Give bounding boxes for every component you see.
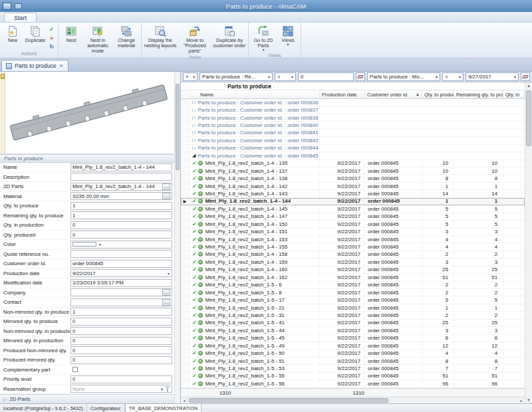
part-row[interactable]: ▶ ✓ Mint_Ply_1.8_rev2_batch_1-4 - 158 9/… (181, 251, 525, 258)
part-row[interactable]: ▶ ✓ Mint_Ply_1.8_rev2_batch_1-5 - 6 9/22… (181, 282, 525, 289)
validate-icon[interactable]: ✓ (47, 25, 56, 33)
group-row[interactable]: ▷ Parts to produce : Customer order id. … (181, 114, 525, 122)
delete-icon[interactable]: × (47, 34, 56, 42)
change-material-button[interactable]: Change material (113, 23, 140, 54)
new-button[interactable]: New (1, 23, 24, 51)
checkbox[interactable] (72, 367, 78, 372)
part-row[interactable]: ▶ ✓ Mint_Ply_1.8_rev2_batch_1-5 - 49 9/2… (181, 342, 525, 350)
part-row[interactable]: ▶ ✓ Mint_Ply_1.8_rev2_batch_1-4 - 153 9/… (181, 236, 525, 243)
property-value-field[interactable]: 0 ▾ … (70, 337, 172, 345)
section-2d-parts[interactable]: ▷ 2D Parts (0, 394, 174, 403)
app-icon[interactable] (3, 3, 11, 10)
part-row[interactable]: ▶ ✓ Mint_Ply_1.8_rev2_batch_1-4 - 144 9/… (181, 198, 525, 205)
column-header-name[interactable]: Name (190, 90, 320, 98)
part-row[interactable]: ▶ ✓ Mint_Ply_1.8_rev2_batch_1-5 - 44 9/2… (181, 327, 525, 334)
expand-group-icon[interactable]: ▷ (192, 146, 196, 151)
scroll-up-icon[interactable]: ▲ (525, 82, 532, 89)
group-row-expanded[interactable]: ◢ Parts to produce : Customer order id. … (181, 152, 525, 159)
property-value-field[interactable]: ▾ … (70, 241, 172, 249)
part-row[interactable]: ▶ ✓ Mint_Ply_1.8_rev2_batch_1-4 - 142 9/… (181, 183, 525, 190)
nest-automatic-button[interactable]: Nest in automatic mode (82, 23, 113, 54)
property-value-field[interactable]: 9/22/2017 ▾ … (70, 269, 172, 277)
nest-button[interactable]: Nest (60, 23, 82, 54)
part-row[interactable]: ▶ ✓ Mint_Ply_1.8_rev2_batch_1-4 - 145 9/… (181, 205, 525, 213)
collapsed-panel-strip[interactable] (0, 72, 5, 154)
duplicate-button[interactable]: Duplicate (24, 23, 47, 51)
ellipsis-button[interactable]: … (162, 193, 170, 199)
part-row[interactable]: ▶ ✓ Mint_Ply_1.8_rev2_batch_1-5 - 41 9/2… (181, 320, 525, 327)
vertical-scrollbar[interactable]: ▲ ▼ (525, 82, 532, 403)
expand-group-icon[interactable]: ▷ (192, 138, 196, 143)
scrollbar-thumb[interactable] (526, 90, 531, 146)
property-value-field[interactable]: 1 ▾ … (70, 211, 172, 219)
column-header-customer-order[interactable]: Customer order id. ▲ (365, 90, 422, 98)
status-base[interactable]: TR_BASE_DEMONSTRATION (125, 403, 202, 412)
property-value-field[interactable]: 1 ▾ … (70, 202, 172, 210)
part-row[interactable]: ▶ ✓ Mint_Ply_1.8_rev2_batch_1-4 - 151 9/… (181, 228, 525, 235)
collapse-group-icon[interactable]: ◢ (192, 153, 196, 158)
part-row[interactable]: ▶ ✓ Mint_Ply_1.8_rev2_batch_1-5 - 45 9/2… (181, 335, 525, 342)
column-header-qty-in[interactable]: Qty. in (503, 90, 525, 98)
close-tab-icon[interactable]: × (59, 63, 63, 68)
add-filter-button[interactable]: + ▾ (183, 72, 198, 81)
ribbon-tab-start[interactable]: Start (4, 13, 37, 22)
property-value-field[interactable]: 0 ▾ … (70, 221, 172, 229)
expand-group-icon[interactable]: ▷ (192, 123, 196, 128)
group-row[interactable]: ▷ Parts to produce : Customer order id. … (181, 137, 525, 144)
filter-value-input-1[interactable]: 0 (298, 72, 354, 81)
part-row[interactable]: ▶ ✓ Mint_Ply_1.8_rev2_batch_1-5 - 53 9/2… (181, 365, 525, 372)
property-value-field[interactable]: ▾ … (70, 298, 172, 306)
property-value-field[interactable]: 0 ▾ … (70, 327, 172, 335)
column-header-qty-to-produce[interactable]: Qty. to produce (422, 90, 454, 98)
property-value-field[interactable]: 1 ▾ … (70, 308, 172, 316)
scrollbar-thumb[interactable] (189, 398, 388, 403)
clear-filter-button-2[interactable] (521, 72, 530, 81)
properties-section-header[interactable]: Parts to produce (0, 154, 174, 163)
ellipsis-button[interactable]: … (162, 299, 170, 306)
part-row[interactable]: ▶ ✓ Mint_Ply_1.8_rev2_batch_1-5 - 51 9/2… (181, 358, 525, 365)
part-row[interactable]: ▶ ✓ Mint_Ply_1.8_rev2_batch_1-4 - 160 9/… (181, 266, 525, 274)
tab-parts-to-produce[interactable]: Parts to produce × (1, 60, 68, 71)
property-value-field[interactable]: ▾ … (70, 173, 172, 181)
part-row[interactable]: ▶ ✓ Mint_Ply_1.8_rev2_batch_1-4 - 159 9/… (181, 258, 525, 266)
group-row[interactable]: ▷ Parts to produce : Customer order id. … (181, 122, 525, 129)
part-row[interactable]: ▶ ✓ Mint_Ply_1.8_rev2_batch_1-4 - 155 9/… (181, 243, 525, 251)
part-row[interactable]: ▶ ✓ Mint_Ply_1.8_rev2_batch_1-5 - 31 9/2… (181, 312, 525, 319)
part-row[interactable]: ▶ ✓ Mint_Ply_1.8_rev2_batch_1-5 - 50 9/2… (181, 350, 525, 357)
part-row[interactable]: ▶ ✓ Mint_Ply_1.8_rev2_batch_1-5 - 21 9/2… (181, 304, 525, 312)
property-value-field[interactable]: 0 ▾ … (70, 375, 172, 383)
group-row[interactable]: ▷ Parts to produce : Customer order id. … (181, 99, 525, 106)
property-value-field[interactable]: None ▾ … (70, 385, 172, 393)
property-value-field[interactable]: 0 ▾ … (70, 231, 172, 239)
display-nesting-layouts-button[interactable]: Display the nesting layouts (143, 23, 178, 54)
part-row[interactable]: ▶ ✓ Mint_Ply_1.8_rev2_batch_1-4 - 135 9/… (181, 160, 525, 167)
expand-group-icon[interactable]: ▷ (192, 108, 196, 113)
property-value-field[interactable]: 1/23/2019 3:05:17 PM ▾ … (70, 279, 172, 287)
column-header-remaining-qty[interactable]: Remaining qty. to produce (454, 90, 503, 98)
goto-2d-parts-button[interactable]: Go to 2D Parts ▾ (250, 23, 277, 52)
clear-filter-button-1[interactable] (356, 72, 365, 81)
part-row[interactable]: ▶ ✓ Mint_Ply_1.8_rev2_batch_1-4 - 138 9/… (181, 175, 525, 182)
left-panel-scrollbar[interactable] (174, 72, 180, 403)
filter-field-select-1[interactable]: Parts to produce : Re... ▾ (200, 72, 273, 81)
group-row[interactable]: ▷ Parts to produce : Customer order id. … (181, 145, 525, 152)
reservation-filter-icon[interactable] (165, 386, 170, 392)
duplicate-by-customer-order-button[interactable]: Duplicate by customer order (212, 23, 247, 54)
property-value-field[interactable]: 0 ▾ … (70, 356, 172, 364)
ellipsis-button[interactable]: … (162, 183, 170, 190)
property-value-field[interactable]: 0 ▾ … (70, 346, 172, 354)
part-row[interactable]: ▶ ✓ Mint_Ply_1.8_rev2_batch_1-4 - 147 9/… (181, 213, 525, 221)
scroll-down-icon[interactable]: ▼ (525, 397, 532, 403)
scrollbar-thumb[interactable] (176, 84, 180, 170)
views-button[interactable]: Views ▾ (277, 23, 299, 52)
part-row[interactable]: ▶ ✓ Mint_Ply_1.8_rev2_batch_1-4 - 143 9/… (181, 190, 525, 197)
expand-group-icon[interactable]: ▷ (192, 130, 196, 136)
property-value-field[interactable]: S235 20.00 mm ▾ … (70, 192, 172, 200)
quick-access-icon[interactable] (15, 3, 22, 9)
expand-group-icon[interactable]: ▷ (192, 100, 196, 105)
move-to-produced-parts-button[interactable]: Move to "Produced parts" (178, 23, 212, 54)
part-row[interactable]: ▶ ✓ Mint_Ply_1.8_rev2_batch_1-5 - 56 9/2… (181, 380, 525, 387)
property-value-field[interactable]: order 000845 ▾ … (70, 260, 172, 268)
filter-value-input-2[interactable]: 9/27/2017 ▾ (466, 72, 519, 81)
property-value-field[interactable]: ▾ … (70, 365, 172, 373)
